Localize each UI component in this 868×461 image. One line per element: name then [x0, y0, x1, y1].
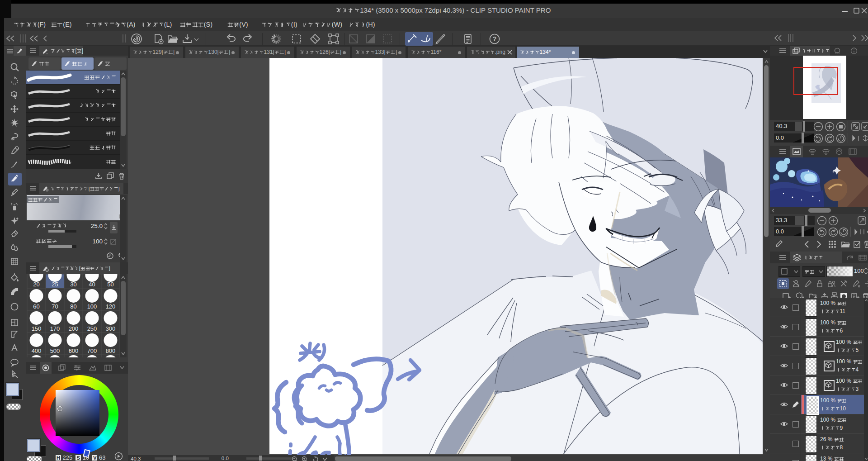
svg-text:40: 40	[89, 281, 95, 288]
svg-text:300: 300	[106, 325, 116, 332]
svg-text:200: 200	[69, 325, 79, 332]
svg-text:250: 250	[87, 325, 97, 332]
svg-text:20: 20	[33, 281, 39, 288]
svg-text:500: 500	[50, 347, 60, 354]
svg-text:?: ?	[493, 35, 497, 43]
svg-text:150: 150	[32, 325, 42, 332]
svg-text:70: 70	[52, 303, 58, 310]
svg-text:80: 80	[70, 303, 76, 310]
svg-text:400: 400	[32, 347, 42, 354]
svg-text:30: 30	[70, 281, 76, 288]
svg-text:50: 50	[107, 281, 113, 288]
svg-text:600: 600	[69, 347, 79, 354]
svg-text:25: 25	[52, 281, 58, 288]
svg-text:800: 800	[106, 347, 116, 354]
svg-text:120: 120	[106, 303, 116, 310]
svg-text:170: 170	[50, 325, 60, 332]
svg-text:700: 700	[87, 347, 97, 354]
svg-text:100: 100	[87, 303, 97, 310]
svg-text:60: 60	[33, 303, 39, 310]
